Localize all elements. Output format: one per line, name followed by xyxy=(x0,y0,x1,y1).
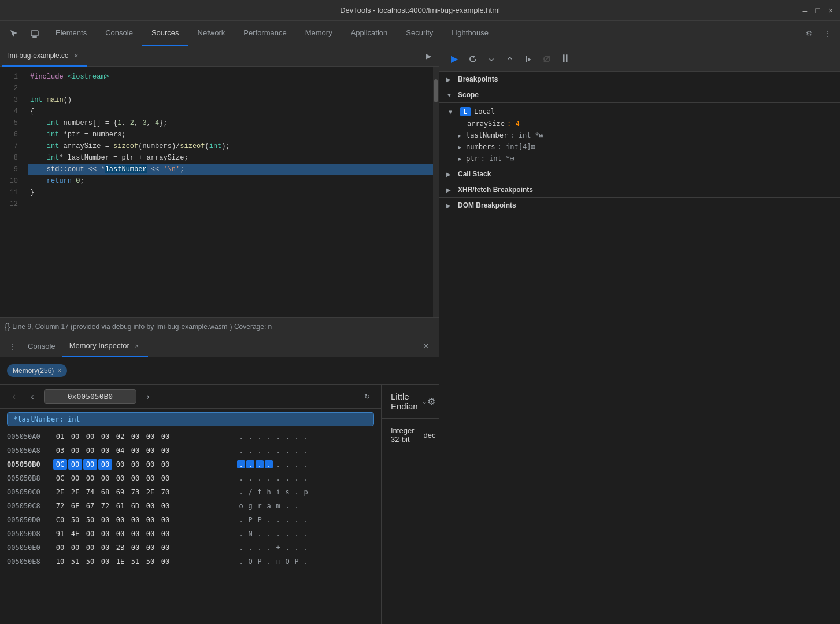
svg-rect-1 xyxy=(33,36,36,38)
var-badge[interactable]: *lastNumber: int xyxy=(7,412,374,426)
breakpoints-section-header[interactable]: ▶ Breakpoints xyxy=(439,72,840,87)
hex-bytes: 00 00 00 00 2B 00 00 00 xyxy=(53,542,232,553)
maximize-btn[interactable]: □ xyxy=(815,6,820,15)
scope-item-name: numbers xyxy=(466,143,495,151)
hex-bytes: 0C 00 00 00 00 00 00 00 xyxy=(53,459,232,470)
memory-hex-panel: ‹ ‹ › ↻ *lastNumber: int 00505 xyxy=(0,385,382,624)
file-tab-close[interactable]: × xyxy=(72,51,81,60)
code-scrollbar[interactable] xyxy=(433,67,439,317)
call-stack-collapse-icon: ▶ xyxy=(446,171,456,178)
call-stack-title: Call Stack xyxy=(458,170,491,178)
tab-performance[interactable]: Performance xyxy=(234,21,295,46)
deactivate-breakpoints-btn[interactable] xyxy=(539,51,555,67)
pause-on-exceptions-btn[interactable]: ⏸ xyxy=(557,51,573,67)
dom-breakpoints-section-header[interactable]: ▶ DOM Breakpoints xyxy=(439,198,840,213)
endian-select[interactable]: Little Endian ⌄ xyxy=(391,392,427,411)
xhr-breakpoints-title: XHR/fetch Breakpoints xyxy=(458,186,533,194)
local-icon: L xyxy=(460,107,471,116)
refresh-btn[interactable]: ↻ xyxy=(360,390,374,404)
scope-numbers-item[interactable]: ▶ numbers : int[4]⊞ xyxy=(439,141,840,153)
tab-elements[interactable]: Elements xyxy=(46,21,96,46)
memory-tab-256[interactable]: Memory(256) × xyxy=(7,364,67,377)
xhr-breakpoints-section-header[interactable]: ▶ XHR/fetch Breakpoints xyxy=(439,182,840,198)
resume-btn[interactable]: ▶ xyxy=(446,51,462,67)
tab-network[interactable]: Network xyxy=(188,21,235,46)
wasm-link[interactable]: lmi-bug-example.wasm xyxy=(156,323,227,331)
cursor-icon[interactable] xyxy=(5,24,23,43)
tab-security[interactable]: Security xyxy=(397,21,442,46)
inspector-type: Integer 32-bit xyxy=(391,426,414,444)
code-line-6: int *ptr = numbers; xyxy=(28,129,433,141)
code-content: #include <iostream> int main() { int num… xyxy=(23,67,433,317)
settings-icon[interactable]: ⚙ xyxy=(801,25,817,42)
hex-ascii: . . . . . . . . xyxy=(232,460,336,468)
scope-lastnumber-item[interactable]: ▶ lastNumber : int *⊞ xyxy=(439,130,840,141)
hex-row-c0: 005050C0 2E 2F 74 68 69 73 2E 70 xyxy=(7,485,374,499)
hex-bytes: C0 50 50 00 00 00 00 00 xyxy=(53,515,232,525)
address-input[interactable] xyxy=(44,389,136,404)
hex-ascii: . / t h i s . p xyxy=(232,488,336,496)
memory-content: ‹ ‹ › ↻ *lastNumber: int 00505 xyxy=(0,385,439,624)
bottom-tabs-bar: ⋮ Console Memory Inspector × × xyxy=(0,335,439,357)
memory-nav-bar: ‹ ‹ › ↻ xyxy=(0,385,381,409)
bottom-tab-memory-inspector-close[interactable]: × xyxy=(133,342,141,350)
scope-section-header[interactable]: ▼ Scope xyxy=(439,87,840,103)
minimize-btn[interactable]: – xyxy=(803,6,808,15)
status-suffix: ) Coverage: n xyxy=(230,323,272,331)
device-icon[interactable] xyxy=(25,24,44,43)
tab-memory[interactable]: Memory xyxy=(296,21,342,46)
local-expand-icon: ▼ xyxy=(449,109,458,115)
hex-bytes: 72 6F 67 72 61 6D 00 00 xyxy=(53,501,232,511)
step-out-btn[interactable] xyxy=(502,51,518,67)
tab-application[interactable]: Application xyxy=(342,21,397,46)
scope-item-type: : int *⊞ xyxy=(481,154,515,163)
hex-ascii: . . . . . . . . xyxy=(232,446,336,455)
scope-item-name: arraySize xyxy=(467,120,505,128)
more-panels-icon[interactable]: ⋮ xyxy=(5,338,21,355)
file-tabs-right: ▶ xyxy=(420,48,436,64)
hex-bytes: 03 00 00 00 04 00 00 00 xyxy=(53,445,232,456)
hex-ascii: . . . . + . . . xyxy=(232,544,336,552)
top-tabs-right: ⚙ ⋮ xyxy=(801,25,835,42)
nav-forward-btn[interactable]: › xyxy=(141,390,155,404)
nav-back-btn[interactable]: ‹ xyxy=(7,390,21,404)
top-tabs-bar: Elements Console Sources Network Perform… xyxy=(0,21,840,46)
more-icon[interactable]: ⋮ xyxy=(819,25,835,42)
hex-bytes: 0C 00 00 00 00 00 00 00 xyxy=(53,473,232,483)
call-stack-section-header[interactable]: ▶ Call Stack xyxy=(439,167,840,182)
scope-local-item[interactable]: ▼ L Local xyxy=(439,105,840,118)
endian-settings-icon[interactable]: ⚙ xyxy=(427,396,435,407)
scope-item-type: : int[4]⊞ xyxy=(498,143,535,151)
code-line-9: std::cout << *lastNumber << '\n'; xyxy=(28,164,433,175)
breakpoints-title: Breakpoints xyxy=(458,75,498,83)
tab-console[interactable]: Console xyxy=(96,21,142,46)
tab-lighthouse[interactable]: Lighthouse xyxy=(442,21,498,46)
hex-addr: 005050E0 xyxy=(7,544,53,552)
step-into-btn[interactable] xyxy=(483,51,499,67)
tab-sources[interactable]: Sources xyxy=(142,21,188,46)
scope-arraysize-item[interactable]: arraySize : 4 xyxy=(439,118,840,130)
memory-tab-close[interactable]: × xyxy=(57,367,61,375)
code-scroll-thumb[interactable] xyxy=(434,79,438,102)
scope-item-name: lastNumber xyxy=(466,131,508,139)
hex-row-c8: 005050C8 72 6F 67 72 61 6D 00 00 xyxy=(7,499,374,513)
step-over-btn[interactable] xyxy=(465,51,481,67)
hex-addr: 005050C8 xyxy=(7,502,53,510)
file-tab-cc[interactable]: lmi-bug-example.cc × xyxy=(2,46,87,67)
bottom-tab-memory-inspector[interactable]: Memory Inspector × xyxy=(62,335,148,357)
inspector-format[interactable]: dec ⌄ xyxy=(423,431,439,440)
breakpoints-collapse-icon: ▶ xyxy=(446,76,456,83)
nav-forward-small-btn[interactable]: ‹ xyxy=(25,390,39,404)
endian-label: Little Endian xyxy=(391,392,418,411)
hex-row-b0: 005050B0 0C 00 00 00 00 00 00 00 xyxy=(7,457,374,471)
run-icon[interactable]: ▶ xyxy=(420,48,436,64)
close-bottom-panel-icon[interactable]: × xyxy=(418,338,434,355)
close-btn[interactable]: × xyxy=(828,6,833,15)
hex-addr: 005050A8 xyxy=(7,446,53,455)
step-btn[interactable] xyxy=(520,51,536,67)
code-line-10: return 0; xyxy=(28,175,433,187)
scope-ptr-item[interactable]: ▶ ptr : int *⊞ xyxy=(439,153,840,164)
bottom-tab-console[interactable]: Console xyxy=(21,335,62,357)
scope-item-val: : 4 xyxy=(507,120,520,128)
hex-ascii: . P P . . . . . xyxy=(232,516,336,524)
